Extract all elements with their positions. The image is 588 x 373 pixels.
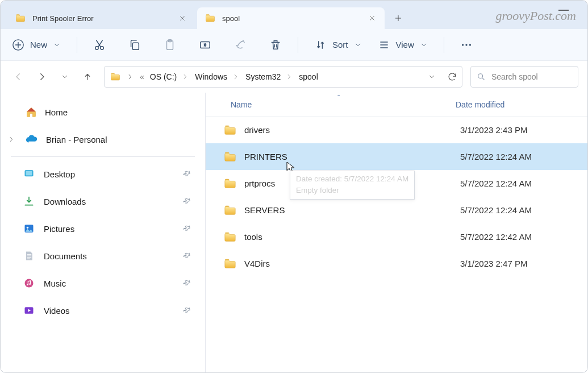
tab-title: Print Spooler Error bbox=[32, 14, 169, 23]
svg-point-11 bbox=[478, 74, 483, 78]
svg-point-18 bbox=[29, 283, 31, 285]
file-row[interactable]: drivers 3/1/2023 2:43 PM bbox=[206, 117, 587, 143]
sort-label: Sort bbox=[332, 40, 348, 49]
address-bar[interactable]: « OS (C:) Windows System32 spool bbox=[104, 66, 462, 88]
tab-0[interactable]: Print Spooler Error bbox=[7, 7, 195, 29]
downloads-icon bbox=[23, 196, 35, 207]
svg-point-10 bbox=[469, 44, 471, 45]
expand-caret[interactable] bbox=[6, 134, 16, 144]
file-name: tools bbox=[244, 232, 460, 242]
share-button[interactable] bbox=[234, 39, 247, 51]
sidebar-item-label: Videos bbox=[44, 306, 70, 316]
address-bar-row: « OS (C:) Windows System32 spool Search … bbox=[1, 61, 587, 93]
svg-point-15 bbox=[27, 227, 28, 229]
up-button[interactable] bbox=[82, 72, 93, 82]
search-box[interactable]: Search spool bbox=[470, 66, 578, 88]
sidebar-item-label: Documents bbox=[44, 251, 87, 261]
tab-close-button[interactable] bbox=[365, 11, 379, 25]
folder-icon bbox=[224, 258, 236, 270]
tab-1[interactable]: spool bbox=[197, 7, 385, 29]
sidebar: Home Brian - Personal Desktop Downloads … bbox=[1, 93, 205, 372]
file-row[interactable]: PRINTERS 5/7/2022 12:24 AM Date created:… bbox=[206, 143, 587, 170]
file-row[interactable]: tools 5/7/2022 12:42 AM bbox=[206, 223, 587, 250]
file-name: V4Dirs bbox=[244, 259, 460, 268]
sidebar-quick-music[interactable]: Music bbox=[1, 270, 205, 297]
sidebar-item-label: Music bbox=[44, 279, 66, 288]
sidebar-quick-documents[interactable]: Documents bbox=[1, 242, 205, 270]
chevron-right-icon[interactable] bbox=[285, 73, 293, 81]
watermark: groovyPost.com bbox=[495, 3, 584, 29]
chevron-right-icon[interactable] bbox=[181, 73, 189, 81]
pin-icon bbox=[182, 279, 191, 288]
minimize-icon[interactable] bbox=[556, 5, 579, 16]
sidebar-item-label: Home bbox=[45, 107, 68, 117]
sort-button[interactable]: Sort bbox=[314, 39, 362, 51]
sidebar-item-label: Brian - Personal bbox=[46, 135, 107, 144]
new-plus-icon bbox=[12, 39, 24, 51]
explorer-window: Print Spooler Error spool groovyPost.com… bbox=[0, 0, 588, 373]
view-button[interactable]: View bbox=[378, 39, 428, 51]
pin-icon bbox=[182, 169, 191, 179]
nav-arrows bbox=[10, 72, 96, 82]
sidebar-quick-downloads[interactable]: Downloads bbox=[1, 188, 205, 215]
breadcrumb-seg[interactable]: spool bbox=[299, 72, 318, 81]
svg-point-8 bbox=[462, 44, 464, 45]
column-header-date[interactable]: Date modified bbox=[456, 100, 587, 109]
copy-button[interactable] bbox=[128, 39, 141, 51]
file-row[interactable]: V4Dirs 3/1/2023 2:47 PM bbox=[206, 250, 587, 277]
sidebar-quick-videos[interactable]: Videos bbox=[1, 297, 205, 324]
folder-icon bbox=[224, 231, 236, 243]
title-bar: Print Spooler Error spool groovyPost.com bbox=[1, 1, 587, 29]
sidebar-home[interactable]: Home bbox=[1, 98, 205, 126]
file-date: 5/7/2022 12:24 AM bbox=[460, 152, 532, 161]
column-header-name[interactable]: Name bbox=[206, 100, 456, 109]
new-button[interactable]: New bbox=[12, 39, 61, 51]
file-name: PRINTERS bbox=[244, 152, 460, 161]
chevron-down-icon bbox=[53, 41, 61, 49]
recent-button[interactable] bbox=[61, 73, 69, 81]
view-icon bbox=[378, 39, 390, 51]
folder-icon bbox=[224, 151, 236, 163]
breadcrumb-seg[interactable]: Windows bbox=[195, 72, 240, 81]
forward-button[interactable] bbox=[37, 72, 47, 82]
file-date: 3/1/2023 2:47 PM bbox=[460, 259, 527, 268]
svg-point-9 bbox=[465, 44, 467, 45]
documents-icon bbox=[23, 250, 35, 262]
delete-button[interactable] bbox=[269, 39, 282, 51]
chevron-right-icon[interactable] bbox=[126, 73, 134, 81]
back-button[interactable] bbox=[13, 72, 23, 82]
chevron-down-icon[interactable] bbox=[428, 73, 436, 81]
svg-point-16 bbox=[25, 279, 34, 288]
folder-icon bbox=[15, 13, 26, 23]
separator bbox=[77, 37, 77, 53]
breadcrumb-seg[interactable]: System32 bbox=[245, 72, 293, 81]
file-row[interactable]: SERVERS 5/7/2022 12:24 AM bbox=[206, 197, 587, 223]
file-name: SERVERS bbox=[244, 205, 460, 215]
sidebar-onedrive[interactable]: Brian - Personal bbox=[1, 126, 205, 153]
new-label: New bbox=[30, 40, 47, 49]
column-headers: ⌃ Name Date modified bbox=[206, 93, 587, 117]
cloud-icon bbox=[26, 133, 38, 146]
tab-close-button[interactable] bbox=[176, 11, 189, 25]
separator bbox=[444, 37, 444, 53]
svg-point-17 bbox=[27, 284, 28, 285]
breadcrumb-root[interactable]: OS (C:) bbox=[150, 72, 189, 81]
new-tab-button[interactable] bbox=[387, 7, 410, 29]
folder-icon bbox=[224, 204, 236, 217]
sidebar-quick-pictures[interactable]: Pictures bbox=[1, 215, 205, 242]
home-icon bbox=[26, 106, 37, 118]
refresh-button[interactable] bbox=[447, 72, 457, 82]
videos-icon bbox=[23, 305, 35, 316]
cut-button[interactable] bbox=[93, 39, 106, 51]
close-icon bbox=[369, 15, 376, 22]
pin-icon bbox=[182, 306, 191, 315]
more-button[interactable] bbox=[460, 39, 473, 51]
svg-rect-13 bbox=[26, 171, 32, 176]
chevron-right-icon[interactable] bbox=[232, 73, 240, 81]
rename-button[interactable] bbox=[199, 39, 211, 51]
file-date: 3/1/2023 2:43 PM bbox=[460, 125, 527, 135]
paste-button[interactable] bbox=[164, 39, 176, 51]
close-icon bbox=[179, 15, 186, 22]
sidebar-quick-desktop[interactable]: Desktop bbox=[1, 160, 205, 188]
separator bbox=[11, 156, 195, 157]
